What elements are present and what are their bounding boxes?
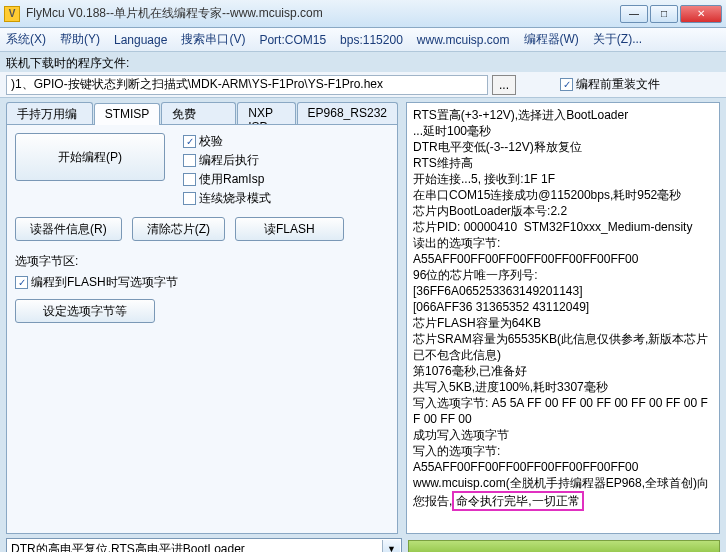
minimize-button[interactable]: — bbox=[620, 5, 648, 23]
app-icon: V bbox=[4, 6, 20, 22]
ramisp-label: 使用RamIsp bbox=[199, 171, 264, 188]
window-title: FlyMcu V0.188--单片机在线编程专家--www.mcuisp.com bbox=[26, 5, 620, 22]
toolbar: )1、GPIO-按键状态判断之扫描式\MDK-ARM\YS-F1Pro\YS-F… bbox=[0, 72, 726, 98]
verify-checkbox[interactable]: ✓校验 bbox=[183, 133, 271, 150]
tab-stmisp[interactable]: STMISP bbox=[94, 103, 161, 125]
hex-path-input[interactable]: )1、GPIO-按键状态判断之扫描式\MDK-ARM\YS-F1Pro\YS-F… bbox=[6, 75, 488, 95]
reset-mode-combo[interactable]: DTR的高电平复位,RTS高电平进BootLoader ▼ bbox=[6, 538, 402, 552]
clear-chip-button[interactable]: 清除芯片(Z) bbox=[132, 217, 225, 241]
tab-stmiap[interactable]: 免费STMIAP bbox=[161, 102, 236, 124]
menu-system[interactable]: 系统(X) bbox=[6, 31, 46, 48]
reinstall-checkbox[interactable]: ✓ 编程前重装文件 bbox=[560, 76, 660, 93]
menu-bps[interactable]: bps:115200 bbox=[340, 33, 403, 47]
runafter-label: 编程后执行 bbox=[199, 152, 259, 169]
close-button[interactable]: ✕ bbox=[680, 5, 722, 23]
ramisp-checkbox[interactable]: 使用RamIsp bbox=[183, 171, 271, 188]
browse-button[interactable]: ... bbox=[492, 75, 516, 95]
title-bar: V FlyMcu V0.188--单片机在线编程专家--www.mcuisp.c… bbox=[0, 0, 726, 28]
tab-body: 开始编程(P) ✓校验 编程后执行 使用RamIsp 连续烧录模式 读器件信息(… bbox=[6, 124, 398, 534]
log-output[interactable]: RTS置高(+3-+12V),选择进入BootLoader...延时100毫秒D… bbox=[406, 102, 720, 534]
combo-value: DTR的高电平复位,RTS高电平进BootLoader bbox=[11, 541, 245, 553]
menu-bar: 系统(X) 帮助(Y) Language 搜索串口(V) Port:COM15 … bbox=[0, 28, 726, 52]
continuous-checkbox[interactable]: 连续烧录模式 bbox=[183, 190, 271, 207]
verify-label: 校验 bbox=[199, 133, 223, 150]
continuous-label: 连续烧录模式 bbox=[199, 190, 271, 207]
set-option-bytes-button[interactable]: 设定选项字节等 bbox=[15, 299, 155, 323]
bottom-bar: DTR的高电平复位,RTS高电平进BootLoader ▼ bbox=[0, 534, 726, 552]
tab-bar: 手持万用编程器 STMISP 免费STMIAP NXP ISP EP968_RS… bbox=[6, 102, 398, 124]
progress-bar bbox=[408, 540, 720, 552]
checkbox-icon: ✓ bbox=[560, 78, 573, 91]
read-flash-button[interactable]: 读FLASH bbox=[235, 217, 344, 241]
menu-help[interactable]: 帮助(Y) bbox=[60, 31, 100, 48]
menu-search-port[interactable]: 搜索串口(V) bbox=[181, 31, 245, 48]
maximize-button[interactable]: □ bbox=[650, 5, 678, 23]
menu-language[interactable]: Language bbox=[114, 33, 167, 47]
menu-port[interactable]: Port:COM15 bbox=[259, 33, 326, 47]
path-label: 联机下载时的程序文件: bbox=[0, 52, 726, 72]
menu-about[interactable]: 关于(Z)... bbox=[593, 31, 642, 48]
start-program-button[interactable]: 开始编程(P) bbox=[15, 133, 165, 181]
reinstall-label: 编程前重装文件 bbox=[576, 76, 660, 93]
write-option-checkbox[interactable]: ✓编程到FLASH时写选项字节 bbox=[15, 274, 389, 291]
read-device-info-button[interactable]: 读器件信息(R) bbox=[15, 217, 122, 241]
menu-programmer[interactable]: 编程器(W) bbox=[524, 31, 579, 48]
write-option-label: 编程到FLASH时写选项字节 bbox=[31, 274, 178, 291]
tab-ep968[interactable]: EP968_RS232 bbox=[297, 102, 398, 124]
runafter-checkbox[interactable]: 编程后执行 bbox=[183, 152, 271, 169]
chevron-down-icon[interactable]: ▼ bbox=[382, 540, 400, 552]
menu-site[interactable]: www.mcuisp.com bbox=[417, 33, 510, 47]
tab-handheld[interactable]: 手持万用编程器 bbox=[6, 102, 93, 124]
tab-nxpisp[interactable]: NXP ISP bbox=[237, 102, 295, 124]
option-bytes-label: 选项字节区: bbox=[15, 253, 389, 270]
